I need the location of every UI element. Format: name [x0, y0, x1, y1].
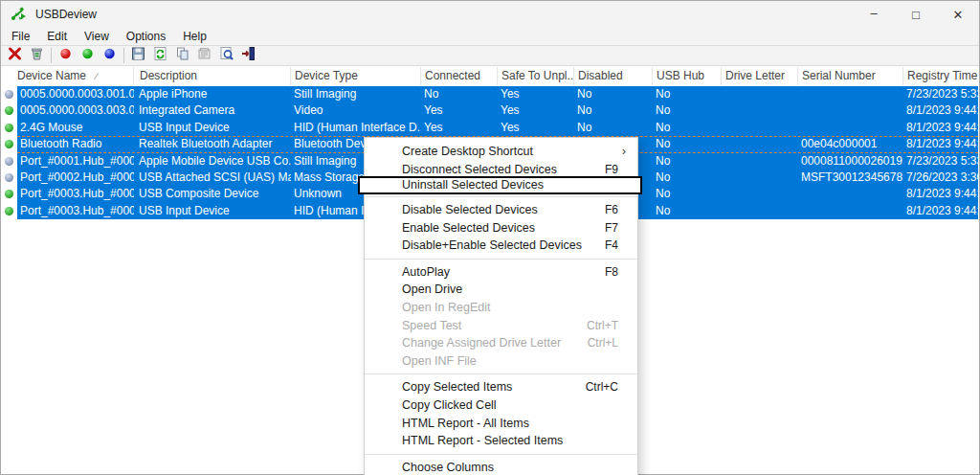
title-bar: USBDeview – □ ✕ [1, 1, 979, 28]
context-menu-item-open-drive[interactable]: Open Drive [365, 281, 637, 299]
cell-description: USB Attached SCSI (UAS) Mass... [136, 170, 291, 186]
column-label: Description [140, 69, 197, 82]
menu-separator [365, 259, 637, 260]
menu-edit[interactable]: Edit [38, 29, 76, 44]
context-menu-item-copy-clicked-cell[interactable]: Copy Clicked Cell [365, 396, 637, 415]
cell-safe: Yes [498, 120, 574, 136]
disconnected-device-icon [5, 173, 13, 182]
cell-disabled: No [574, 102, 653, 119]
column-header-name[interactable]: Device Name∕ [13, 67, 134, 85]
cell-serial: MSFT30012345678... [798, 170, 903, 186]
usbdeview-app-icon [11, 6, 28, 23]
menu-item-shortcut: F7 [605, 221, 618, 235]
menu-item-label: Open Drive [402, 283, 618, 296]
menu-options[interactable]: Options [118, 29, 174, 44]
copy-button[interactable] [171, 46, 193, 65]
context-menu-item-choose-columns[interactable]: Choose Columns [365, 459, 637, 475]
uninstall-button[interactable] [4, 46, 26, 65]
red-ball-button[interactable] [55, 46, 77, 65]
exit-button[interactable] [237, 46, 259, 65]
column-header-connected[interactable]: Connected [421, 67, 498, 85]
green-ball-button[interactable] [77, 46, 99, 65]
menu-bar: FileEditViewOptionsHelp [1, 28, 979, 45]
menu-item-label: Copy Clicked Cell [402, 398, 618, 412]
save-button[interactable] [127, 46, 149, 65]
cell-name: Port_#0002.Hub_#0002 [17, 170, 134, 186]
context-menu-item-autoplay[interactable]: AutoPlayF8 [365, 263, 637, 282]
cell-hub: No [653, 86, 722, 102]
toolbar-separator [123, 48, 124, 63]
toolbar [1, 45, 979, 66]
cell-regtime: 8/1/2023 9:44:07 [903, 136, 978, 152]
column-label: Device Name [17, 69, 86, 82]
column-label: Drive Letter [725, 69, 785, 82]
submenu-arrow-icon: › [622, 145, 626, 158]
column-header-disabled[interactable]: Disabled [574, 67, 653, 85]
context-menu-item-create-desktop-shortcut[interactable]: Create Desktop Shortcut› [365, 143, 637, 161]
menu-view[interactable]: View [76, 29, 118, 44]
context-menu-item-html-report-all-items[interactable]: HTML Report - All Items [365, 414, 637, 432]
table-row[interactable]: 2.4G MouseUSB Input DeviceHID (Human Int… [2, 120, 978, 136]
table-row[interactable]: 0005.0000.0003.001.00...Apple iPhoneStil… [2, 86, 978, 102]
cell-hub: No [653, 170, 722, 186]
column-header-type[interactable]: Device Type [291, 67, 421, 85]
cell-regtime: 8/1/2023 9:44:06 [903, 186, 978, 202]
list-header: Device Name∕DescriptionDevice TypeConnec… [2, 67, 978, 85]
menu-item-label: Disable Selected Devices [402, 203, 605, 216]
cell-regtime: 7/26/2023 3:30:53 [903, 170, 978, 186]
exit-icon [240, 46, 256, 65]
column-label: Device Type [295, 69, 358, 82]
column-header-drive[interactable]: Drive Letter [722, 67, 798, 85]
cell-drive [722, 153, 798, 170]
cell-drive [722, 136, 798, 152]
menu-file[interactable]: File [3, 29, 38, 44]
menu-item-shortcut: F8 [605, 265, 618, 279]
column-header-hub[interactable]: USB Hub [653, 67, 722, 85]
cell-regtime: 8/1/2023 9:44:07 [903, 102, 978, 119]
minimize-button[interactable]: – [853, 1, 895, 28]
column-header-serial[interactable]: Serial Number [798, 67, 903, 85]
cell-description: USB Input Device [136, 203, 291, 219]
cell-drive [722, 102, 798, 119]
save-icon [130, 46, 146, 65]
menu-item-label: Open In RegEdit [402, 301, 618, 314]
recycle-bin-button[interactable] [26, 46, 48, 65]
context-menu-item-disable-selected-devices[interactable]: Disable Selected DevicesF6 [365, 201, 637, 219]
maximize-button[interactable]: □ [895, 1, 937, 28]
connected-device-icon [5, 207, 13, 215]
menu-item-shortcut: Ctrl+C [586, 380, 618, 394]
column-header-description[interactable]: Description [136, 67, 291, 85]
column-header-safe[interactable]: Safe To Unpl... [498, 67, 574, 85]
cell-serial [798, 203, 903, 219]
cell-name: Bluetooth Radio [17, 136, 134, 152]
menu-item-shortcut: F9 [605, 163, 618, 176]
find-button[interactable] [215, 46, 237, 65]
cell-hub: No [653, 102, 722, 119]
context-menu-item-disable-enable-selected-devices[interactable]: Disable+Enable Selected DevicesF4 [365, 237, 637, 255]
context-menu-item-copy-selected-items[interactable]: Copy Selected ItemsCtrl+C [365, 378, 637, 396]
cell-type: Video [291, 102, 421, 119]
menu-help[interactable]: Help [174, 29, 215, 44]
context-menu-item-html-report-selected-items[interactable]: HTML Report - Selected Items [365, 432, 637, 450]
refresh-button[interactable] [149, 46, 171, 65]
column-header-regtime[interactable]: Registry Time 1 [903, 67, 978, 85]
cell-drive [722, 203, 798, 219]
context-menu-item-uninstall-selected-devices[interactable]: Uninstall Selected Devices [358, 176, 642, 194]
blue-ball-button[interactable] [99, 46, 121, 65]
context-menu-item-enable-selected-devices[interactable]: Enable Selected DevicesF7 [365, 218, 637, 237]
cell-regtime: 7/23/2023 5:33:23 [903, 86, 978, 102]
cell-safe: Yes [498, 86, 574, 102]
menu-item-label: Copy Selected Items [402, 380, 586, 394]
sort-ascending-icon: ∕ [96, 71, 98, 81]
properties-button[interactable] [193, 46, 215, 65]
cell-hub: No [653, 136, 722, 152]
table-row[interactable]: 0005.0000.0003.003.00...Integrated Camer… [2, 102, 978, 119]
cell-name: Port_#0003.Hub_#0002 [17, 203, 134, 219]
toolbar-separator [51, 48, 52, 63]
cell-name: 2.4G Mouse [17, 120, 134, 136]
red-ball-icon [57, 46, 74, 65]
close-button[interactable]: ✕ [937, 1, 979, 28]
cell-name: 0005.0000.0003.003.00... [17, 102, 134, 119]
menu-separator [365, 454, 637, 455]
cell-hub: No [653, 186, 722, 202]
